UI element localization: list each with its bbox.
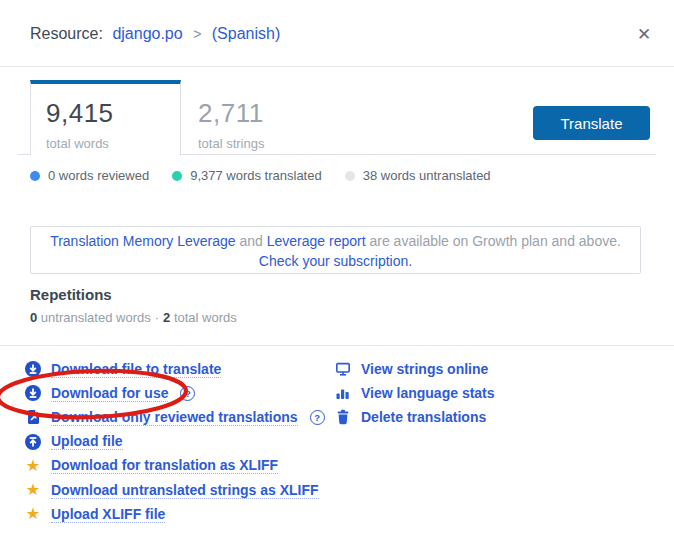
action-label: Download for translation as XLIFF (51, 457, 278, 474)
star-icon: ★ (25, 506, 41, 522)
download-circle-icon (25, 361, 41, 377)
download-only-reviewed-link[interactable]: Download only reviewed translations ? (25, 405, 325, 429)
leverage-report-link[interactable]: Leverage report (267, 233, 366, 249)
action-label: View strings online (361, 361, 488, 377)
trash-icon (335, 409, 351, 425)
action-label: Download untranslated strings as XLIFF (51, 482, 319, 499)
language-link[interactable]: (Spanish) (212, 25, 280, 42)
delete-translations-link[interactable]: Delete translations (335, 405, 495, 429)
reviewed-dot-icon (30, 171, 40, 181)
legend-translated-label: 9,377 words translated (190, 168, 322, 183)
star-icon: ★ (25, 482, 41, 498)
upload-file-link[interactable]: Upload file (25, 430, 325, 454)
legend-translated: 9,377 words translated (172, 168, 322, 183)
repetitions-title: Repetitions (30, 286, 112, 303)
bar-chart-icon (335, 385, 351, 401)
tab-total-strings[interactable]: 2,711 total strings (182, 80, 342, 155)
tab-total-words[interactable]: 9,415 total words (30, 80, 181, 155)
action-label: Delete translations (361, 409, 486, 425)
download-for-use-link[interactable]: Download for use ? (25, 381, 325, 405)
download-untranslated-xliff-link[interactable]: ★ Download untranslated strings as XLIFF (25, 478, 325, 502)
legend-reviewed-label: 0 words reviewed (48, 168, 149, 183)
header-divider (0, 66, 674, 67)
upload-circle-icon (25, 434, 41, 450)
translate-button[interactable]: Translate (533, 106, 650, 140)
upload-xliff-link[interactable]: ★ Upload XLIFF file (25, 502, 325, 526)
check-subscription-link[interactable]: Check your subscription. (259, 253, 412, 269)
modal-title: Resource: django.po > (Spanish) (30, 25, 280, 43)
total-strings-value: 2,711 (198, 98, 342, 129)
monitor-icon (335, 361, 351, 377)
action-label: View language stats (361, 385, 495, 401)
action-label: Download for use (51, 385, 168, 402)
translated-dot-icon (172, 171, 182, 181)
help-icon[interactable]: ? (310, 410, 325, 425)
total-strings-label: total strings (198, 136, 342, 151)
repetitions-total-label: total words (170, 310, 236, 325)
legend-untranslated: 38 words untranslated (345, 168, 491, 183)
action-label: Upload file (51, 433, 123, 450)
untranslated-dot-icon (345, 171, 355, 181)
download-file-to-translate-link[interactable]: Download file to translate (25, 357, 325, 381)
chevron-right-icon: > (193, 26, 201, 42)
download-translation-xliff-link[interactable]: ★ Download for translation as XLIFF (25, 454, 325, 478)
close-icon[interactable]: ✕ (630, 20, 658, 48)
star-icon: ★ (25, 458, 41, 474)
resource-name-link[interactable]: django.po (112, 25, 182, 42)
file-export-icon (25, 409, 41, 425)
stats-legend: 0 words reviewed 9,377 words translated … (30, 168, 491, 183)
legend-untranslated-label: 38 words untranslated (363, 168, 491, 183)
view-actions-column: View strings online View language stats … (335, 357, 495, 430)
section-divider (0, 345, 674, 346)
total-words-value: 9,415 (46, 98, 180, 129)
repetitions-separator: · (155, 310, 159, 325)
total-words-label: total words (46, 136, 180, 151)
repetitions-untranslated-label: untranslated words (37, 310, 150, 325)
file-actions-column: Download file to translate Download for … (25, 357, 325, 526)
repetitions-stats: 0 untranslated words·2 total words (30, 310, 237, 325)
plan-notice-box: Translation Memory Leverage and Leverage… (30, 226, 641, 274)
resource-modal: Resource: django.po > (Spanish) ✕ 9,415 … (0, 0, 674, 536)
notice-and: and (236, 233, 267, 249)
legend-reviewed: 0 words reviewed (30, 168, 149, 183)
notice-rest: are available on Growth plan and above. (366, 233, 621, 249)
view-language-stats-link[interactable]: View language stats (335, 381, 495, 405)
download-circle-icon (25, 385, 41, 401)
help-icon[interactable]: ? (180, 386, 195, 401)
view-strings-online-link[interactable]: View strings online (335, 357, 495, 381)
action-label: Upload XLIFF file (51, 506, 165, 523)
tm-leverage-link[interactable]: Translation Memory Leverage (50, 233, 235, 249)
action-label: Download only reviewed translations (51, 409, 298, 426)
action-label: Download file to translate (51, 361, 221, 378)
resource-label: Resource: (30, 25, 103, 42)
